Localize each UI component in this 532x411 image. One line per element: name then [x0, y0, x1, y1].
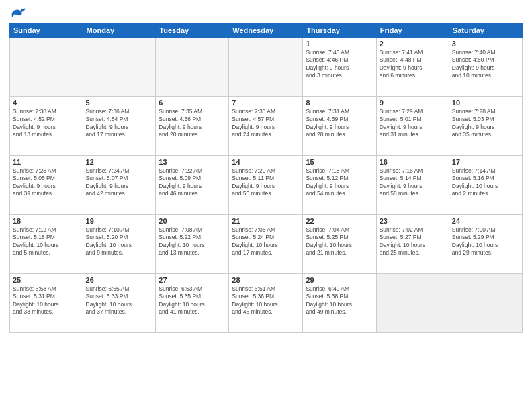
page: SundayMondayTuesdayWednesdayThursdayFrid…: [0, 0, 532, 411]
calendar-header-sunday: Sunday: [10, 24, 83, 38]
day-number: 28: [232, 276, 300, 284]
calendar-week-row: 11Sunrise: 7:26 AM Sunset: 5:05 PM Dayli…: [10, 156, 523, 215]
calendar-cell: [83, 38, 156, 97]
calendar-cell: 12Sunrise: 7:24 AM Sunset: 5:07 PM Dayli…: [83, 156, 156, 215]
calendar-cell: 18Sunrise: 7:12 AM Sunset: 5:18 PM Dayli…: [10, 215, 83, 274]
day-number: 27: [159, 276, 226, 284]
day-info: Sunrise: 7:14 AM Sunset: 5:16 PM Dayligh…: [452, 167, 519, 198]
day-info: Sunrise: 6:58 AM Sunset: 5:31 PM Dayligh…: [13, 285, 80, 316]
day-info: Sunrise: 7:33 AM Sunset: 4:57 PM Dayligh…: [232, 108, 300, 139]
calendar-cell: 29Sunrise: 6:49 AM Sunset: 5:38 PM Dayli…: [303, 274, 376, 333]
day-number: 12: [86, 158, 153, 166]
calendar-week-row: 18Sunrise: 7:12 AM Sunset: 5:18 PM Dayli…: [10, 215, 523, 274]
day-info: Sunrise: 7:28 AM Sunset: 5:03 PM Dayligh…: [452, 108, 519, 139]
day-number: 22: [306, 217, 373, 225]
calendar-cell: [156, 38, 229, 97]
header: [9, 7, 523, 19]
day-info: Sunrise: 7:26 AM Sunset: 5:05 PM Dayligh…: [13, 167, 80, 198]
day-info: Sunrise: 7:22 AM Sunset: 5:09 PM Dayligh…: [159, 167, 226, 198]
day-number: 1: [306, 40, 373, 48]
day-info: Sunrise: 7:31 AM Sunset: 4:59 PM Dayligh…: [306, 108, 373, 139]
calendar-cell: 7Sunrise: 7:33 AM Sunset: 4:57 PM Daylig…: [229, 97, 303, 156]
day-number: 7: [232, 99, 300, 107]
day-number: 6: [159, 99, 226, 107]
calendar: SundayMondayTuesdayWednesdayThursdayFrid…: [9, 23, 523, 333]
day-number: 5: [86, 99, 153, 107]
calendar-cell: 24Sunrise: 7:00 AM Sunset: 5:29 PM Dayli…: [449, 215, 522, 274]
calendar-week-row: 4Sunrise: 7:38 AM Sunset: 4:52 PM Daylig…: [10, 97, 523, 156]
calendar-cell: 5Sunrise: 7:36 AM Sunset: 4:54 PM Daylig…: [83, 97, 156, 156]
calendar-header-friday: Friday: [376, 24, 449, 38]
day-number: 29: [306, 276, 373, 284]
calendar-cell: [229, 38, 303, 97]
calendar-cell: 20Sunrise: 7:08 AM Sunset: 5:22 PM Dayli…: [156, 215, 229, 274]
calendar-cell: 11Sunrise: 7:26 AM Sunset: 5:05 PM Dayli…: [10, 156, 83, 215]
calendar-cell: 16Sunrise: 7:16 AM Sunset: 5:14 PM Dayli…: [376, 156, 449, 215]
calendar-header-wednesday: Wednesday: [229, 24, 303, 38]
day-info: Sunrise: 6:49 AM Sunset: 5:38 PM Dayligh…: [306, 285, 373, 316]
day-info: Sunrise: 7:04 AM Sunset: 5:25 PM Dayligh…: [306, 226, 373, 257]
day-number: 14: [232, 158, 300, 166]
calendar-cell: 17Sunrise: 7:14 AM Sunset: 5:16 PM Dayli…: [449, 156, 522, 215]
calendar-cell: 3Sunrise: 7:40 AM Sunset: 4:50 PM Daylig…: [449, 38, 522, 97]
day-info: Sunrise: 7:38 AM Sunset: 4:52 PM Dayligh…: [13, 108, 80, 139]
logo: [9, 7, 27, 19]
calendar-cell: 19Sunrise: 7:10 AM Sunset: 5:20 PM Dayli…: [83, 215, 156, 274]
day-info: Sunrise: 7:43 AM Sunset: 4:46 PM Dayligh…: [306, 49, 373, 80]
calendar-cell: 14Sunrise: 7:20 AM Sunset: 5:11 PM Dayli…: [229, 156, 303, 215]
day-info: Sunrise: 7:10 AM Sunset: 5:20 PM Dayligh…: [86, 226, 153, 257]
calendar-cell: 10Sunrise: 7:28 AM Sunset: 5:03 PM Dayli…: [449, 97, 522, 156]
day-info: Sunrise: 7:00 AM Sunset: 5:29 PM Dayligh…: [452, 226, 519, 257]
calendar-cell: 2Sunrise: 7:41 AM Sunset: 4:48 PM Daylig…: [376, 38, 449, 97]
day-number: 15: [306, 158, 373, 166]
day-info: Sunrise: 7:20 AM Sunset: 5:11 PM Dayligh…: [232, 167, 300, 198]
day-info: Sunrise: 6:53 AM Sunset: 5:35 PM Dayligh…: [159, 285, 226, 316]
calendar-cell: [449, 274, 522, 333]
calendar-header-thursday: Thursday: [303, 24, 376, 38]
day-info: Sunrise: 6:55 AM Sunset: 5:33 PM Dayligh…: [86, 285, 153, 316]
day-number: 18: [13, 217, 80, 225]
day-number: 17: [452, 158, 519, 166]
calendar-cell: 13Sunrise: 7:22 AM Sunset: 5:09 PM Dayli…: [156, 156, 229, 215]
calendar-cell: 28Sunrise: 6:51 AM Sunset: 5:36 PM Dayli…: [229, 274, 303, 333]
day-info: Sunrise: 7:40 AM Sunset: 4:50 PM Dayligh…: [452, 49, 519, 80]
calendar-cell: [10, 38, 83, 97]
day-info: Sunrise: 7:08 AM Sunset: 5:22 PM Dayligh…: [159, 226, 226, 257]
day-info: Sunrise: 7:12 AM Sunset: 5:18 PM Dayligh…: [13, 226, 80, 257]
day-number: 10: [452, 99, 519, 107]
calendar-cell: 26Sunrise: 6:55 AM Sunset: 5:33 PM Dayli…: [83, 274, 156, 333]
calendar-header-tuesday: Tuesday: [156, 24, 229, 38]
calendar-cell: 21Sunrise: 7:06 AM Sunset: 5:24 PM Dayli…: [229, 215, 303, 274]
day-number: 9: [380, 99, 446, 107]
day-info: Sunrise: 7:41 AM Sunset: 4:48 PM Dayligh…: [380, 49, 446, 80]
day-number: 26: [86, 276, 153, 284]
day-info: Sunrise: 7:36 AM Sunset: 4:54 PM Dayligh…: [86, 108, 153, 139]
calendar-cell: 15Sunrise: 7:18 AM Sunset: 5:12 PM Dayli…: [303, 156, 376, 215]
day-info: Sunrise: 7:29 AM Sunset: 5:01 PM Dayligh…: [380, 108, 446, 139]
day-number: 24: [452, 217, 519, 225]
calendar-cell: 25Sunrise: 6:58 AM Sunset: 5:31 PM Dayli…: [10, 274, 83, 333]
day-info: Sunrise: 7:35 AM Sunset: 4:56 PM Dayligh…: [159, 108, 226, 139]
calendar-cell: 22Sunrise: 7:04 AM Sunset: 5:25 PM Dayli…: [303, 215, 376, 274]
day-info: Sunrise: 7:06 AM Sunset: 5:24 PM Dayligh…: [232, 226, 300, 257]
calendar-cell: 1Sunrise: 7:43 AM Sunset: 4:46 PM Daylig…: [303, 38, 376, 97]
calendar-cell: [376, 274, 449, 333]
calendar-cell: 8Sunrise: 7:31 AM Sunset: 4:59 PM Daylig…: [303, 97, 376, 156]
day-number: 3: [452, 40, 519, 48]
day-number: 11: [13, 158, 80, 166]
day-number: 16: [380, 158, 446, 166]
calendar-cell: 6Sunrise: 7:35 AM Sunset: 4:56 PM Daylig…: [156, 97, 229, 156]
day-number: 4: [13, 99, 80, 107]
logo-bird-icon: [11, 7, 27, 19]
calendar-week-row: 1Sunrise: 7:43 AM Sunset: 4:46 PM Daylig…: [10, 38, 523, 97]
calendar-week-row: 25Sunrise: 6:58 AM Sunset: 5:31 PM Dayli…: [10, 274, 523, 333]
day-info: Sunrise: 6:51 AM Sunset: 5:36 PM Dayligh…: [232, 285, 300, 316]
calendar-cell: 9Sunrise: 7:29 AM Sunset: 5:01 PM Daylig…: [376, 97, 449, 156]
calendar-cell: 4Sunrise: 7:38 AM Sunset: 4:52 PM Daylig…: [10, 97, 83, 156]
day-number: 19: [86, 217, 153, 225]
calendar-header-saturday: Saturday: [449, 24, 522, 38]
day-number: 8: [306, 99, 373, 107]
day-number: 23: [380, 217, 446, 225]
day-number: 2: [380, 40, 446, 48]
calendar-cell: 23Sunrise: 7:02 AM Sunset: 5:27 PM Dayli…: [376, 215, 449, 274]
